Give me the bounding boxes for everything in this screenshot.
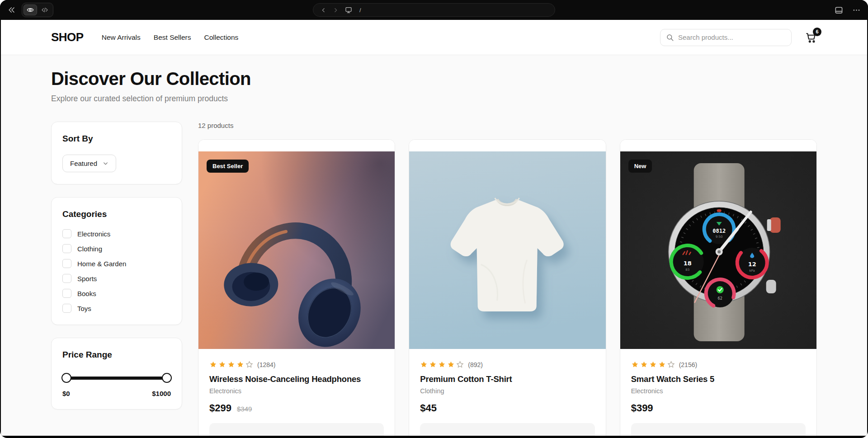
star-filled-icon	[218, 361, 226, 368]
shop-header: SHOP New Arrivals Best Sellers Collectio…	[1, 20, 867, 55]
star-filled-icon	[236, 361, 244, 368]
svg-text:12: 12	[748, 261, 756, 268]
checkbox[interactable]	[62, 289, 71, 298]
category-checkbox-row-clothing[interactable]: Clothing	[62, 244, 171, 253]
categories-title: Categories	[62, 209, 171, 219]
app-window: / SHOP New Arrivals Best Sellers Collect…	[0, 0, 868, 438]
filters-sidebar: Sort By Featured Categories Electronics …	[51, 122, 182, 410]
cart-button[interactable]: 6	[805, 32, 817, 43]
product-star-rating	[420, 361, 464, 368]
add-to-cart-button[interactable]	[631, 423, 806, 436]
add-to-cart-button[interactable]	[209, 423, 384, 436]
page-subtitle: Explore our curated selection of premium…	[51, 94, 817, 104]
price-slider	[62, 372, 171, 383]
eye-icon[interactable]	[24, 5, 37, 15]
star-filled-icon	[420, 361, 428, 368]
checkbox[interactable]	[62, 244, 71, 253]
nav-link-collections[interactable]: Collections	[204, 33, 239, 42]
product-image	[409, 151, 605, 349]
price-slider-handle-min[interactable]	[61, 373, 71, 383]
product-card[interactable]: (892) Premium Cotton T-Shirt Clothing $4…	[409, 139, 606, 436]
svg-text:18: 18	[683, 260, 691, 267]
star-filled-icon	[209, 361, 217, 368]
sort-dropdown[interactable]: Featured	[62, 155, 116, 172]
shop-logo[interactable]: SHOP	[51, 30, 84, 44]
product-name: Premium Cotton T-Shirt	[420, 374, 594, 384]
categories-card: Categories Electronics Clothing Home & G…	[51, 197, 182, 325]
price-slider-track	[64, 377, 169, 380]
nav-link-best-sellers[interactable]: Best Sellers	[154, 33, 191, 42]
category-checkbox-row-home-garden[interactable]: Home & Garden	[62, 259, 171, 268]
checkbox[interactable]	[62, 229, 71, 238]
product-badge: New	[628, 160, 652, 173]
product-price: $399	[631, 402, 653, 414]
monitor-icon[interactable]	[345, 6, 352, 14]
product-star-rating	[209, 361, 253, 368]
product-image: Best Seller	[198, 151, 395, 349]
search-input[interactable]	[678, 33, 786, 41]
category-label: Electronics	[77, 230, 110, 238]
sort-value: Featured	[70, 160, 97, 167]
page-title: Discover Our Collection	[51, 69, 817, 89]
price-slider-handle-max[interactable]	[162, 373, 172, 383]
forward-icon[interactable]	[333, 7, 339, 13]
product-price: $45	[420, 402, 437, 414]
price-max-label: $1000	[152, 390, 171, 397]
sort-title: Sort By	[62, 134, 171, 144]
category-label: Home & Garden	[77, 260, 126, 268]
product-card-top-strip	[409, 140, 605, 151]
search-box	[660, 29, 792, 46]
back-icon[interactable]	[321, 7, 326, 13]
checkbox[interactable]	[62, 304, 71, 313]
add-to-cart-button[interactable]	[420, 423, 594, 436]
category-label: Toys	[77, 305, 91, 312]
product-name: Smart Watch Series 5	[631, 374, 806, 384]
product-old-price: $349	[237, 405, 252, 413]
url-path: /	[359, 7, 361, 14]
smartwatch-photo: 0812 9:50 18 83 12 kPa 62	[620, 151, 816, 349]
preview-code-toggle	[22, 3, 53, 17]
star-outline-icon	[667, 361, 675, 368]
category-label: Clothing	[77, 245, 102, 253]
ellipsis-icon[interactable]	[852, 6, 861, 14]
sort-card: Sort By Featured	[51, 122, 182, 184]
product-category: Electronics	[631, 387, 806, 395]
category-checkbox-row-toys[interactable]: Toys	[62, 304, 171, 313]
product-price: $299	[209, 402, 231, 414]
star-filled-icon	[640, 361, 648, 368]
chevron-down-icon	[103, 160, 108, 166]
code-icon[interactable]	[38, 5, 52, 15]
main-nav: New Arrivals Best Sellers Collections	[102, 33, 239, 42]
svg-text:62: 62	[717, 297, 722, 301]
svg-text:0812: 0812	[712, 228, 726, 234]
product-review-count: (2156)	[679, 361, 697, 368]
product-grid: Best Seller	[198, 139, 817, 436]
checkbox[interactable]	[62, 259, 71, 268]
category-checkbox-row-electronics[interactable]: Electronics	[62, 229, 171, 238]
product-star-rating	[631, 361, 675, 368]
product-results: 12 products Best Seller	[198, 122, 817, 436]
chevrons-left-icon[interactable]	[7, 5, 16, 14]
price-min-label: $0	[62, 390, 70, 397]
panel-bottom-icon[interactable]	[835, 6, 843, 14]
product-badge: Best Seller	[207, 160, 249, 173]
product-category: Electronics	[209, 387, 384, 395]
category-checkbox-row-books[interactable]: Books	[62, 289, 171, 298]
product-review-count: (1284)	[257, 361, 275, 368]
cart-count-badge: 6	[813, 28, 821, 36]
star-filled-icon	[438, 361, 446, 368]
star-outline-icon	[456, 361, 464, 368]
results-count: 12 products	[198, 122, 817, 129]
svg-text:83: 83	[685, 268, 689, 272]
product-category: Clothing	[420, 387, 594, 395]
star-filled-icon	[429, 361, 437, 368]
product-card[interactable]: Best Seller	[198, 139, 395, 436]
product-name: Wireless Noise-Canceling Headphones	[209, 374, 384, 384]
checkbox[interactable]	[62, 274, 71, 283]
url-bar[interactable]: /	[313, 3, 555, 17]
nav-link-new-arrivals[interactable]: New Arrivals	[102, 33, 141, 42]
star-filled-icon	[658, 361, 666, 368]
product-card[interactable]: New 0812 9:50	[620, 139, 817, 436]
star-outline-icon	[245, 361, 253, 368]
category-checkbox-row-sports[interactable]: Sports	[62, 274, 171, 283]
